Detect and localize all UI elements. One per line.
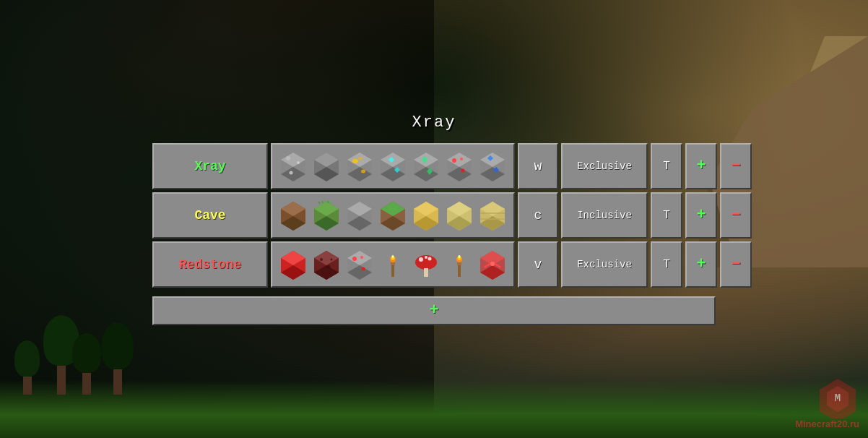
svg-point-7 <box>297 161 300 164</box>
svg-line-48 <box>328 201 329 203</box>
block-diamond-ore <box>378 151 408 181</box>
block-redstone-ore-2 <box>344 249 375 280</box>
block-grass-block <box>378 200 408 231</box>
cave-mode-button[interactable]: Inclusive <box>561 192 648 239</box>
main-panel: Xray <box>152 143 716 325</box>
svg-point-88 <box>419 257 423 262</box>
svg-point-74 <box>327 265 331 268</box>
redstone-plus-button[interactable]: + <box>685 241 717 288</box>
svg-point-33 <box>460 158 463 160</box>
watermark: M Minecraft20.ru <box>795 375 859 429</box>
svg-point-80 <box>362 267 365 270</box>
block-torch-2 <box>444 249 474 280</box>
cave-blocks[interactable] <box>271 192 515 239</box>
block-lapis-ore <box>477 151 508 181</box>
cave-row: Cave <box>152 192 716 239</box>
xray-key-button[interactable]: w <box>518 143 558 189</box>
block-red-mushroom <box>411 249 441 280</box>
block-dirt <box>278 200 308 231</box>
svg-point-6 <box>286 156 290 160</box>
redstone-key-button[interactable]: v <box>518 241 558 288</box>
svg-point-79 <box>352 257 357 261</box>
xray-t-button[interactable]: T <box>651 143 682 189</box>
watermark-text: Minecraft20.ru <box>795 418 859 429</box>
block-grass <box>311 200 342 231</box>
cave-t-button[interactable]: T <box>651 192 682 239</box>
xray-row: Xray <box>152 143 716 189</box>
block-netherrack <box>311 249 342 280</box>
svg-point-89 <box>428 257 432 260</box>
block-sand <box>411 200 441 231</box>
svg-point-90 <box>425 256 428 259</box>
block-torch-1 <box>378 249 408 280</box>
cave-key-button[interactable]: c <box>518 192 558 239</box>
svg-point-86 <box>392 255 394 258</box>
svg-point-81 <box>360 256 363 259</box>
svg-point-31 <box>452 158 456 163</box>
block-sandstone <box>477 200 508 231</box>
svg-point-16 <box>361 169 365 173</box>
block-ore-2 <box>311 151 342 181</box>
cave-minus-button[interactable]: − <box>720 192 752 239</box>
svg-rect-82 <box>391 264 394 277</box>
block-sand-2 <box>444 200 474 231</box>
svg-point-15 <box>352 159 358 163</box>
watermark-logo-icon: M <box>816 375 859 418</box>
redstone-name-button[interactable]: Redstone <box>152 241 268 288</box>
block-stone <box>344 200 375 231</box>
svg-line-47 <box>325 200 326 202</box>
redstone-minus-button[interactable]: − <box>720 241 752 288</box>
xray-plus-button[interactable]: + <box>685 143 717 189</box>
redstone-mode-button[interactable]: Exclusive <box>561 241 648 288</box>
svg-line-49 <box>331 202 331 204</box>
cave-name-button[interactable]: Cave <box>152 192 268 239</box>
xray-name-button[interactable]: Xray <box>152 143 268 189</box>
add-row-button[interactable]: + <box>152 296 716 325</box>
block-gold-ore <box>344 151 375 181</box>
svg-line-45 <box>318 202 320 204</box>
block-redstone-block <box>278 249 308 280</box>
svg-point-17 <box>359 157 363 160</box>
xray-mode-button[interactable]: Exclusive <box>561 143 648 189</box>
block-redstone-ore <box>444 151 474 181</box>
xray-blocks[interactable] <box>271 143 515 189</box>
svg-point-96 <box>459 255 461 258</box>
svg-rect-91 <box>424 268 428 277</box>
xray-minus-button[interactable]: − <box>720 143 752 189</box>
redstone-blocks[interactable] <box>271 241 515 288</box>
svg-text:M: M <box>835 392 841 404</box>
panel-title: Xray <box>412 113 456 132</box>
block-ore-1 <box>278 151 308 181</box>
redstone-t-button[interactable]: T <box>651 241 682 288</box>
block-emerald-ore <box>411 151 441 181</box>
svg-point-32 <box>461 168 465 172</box>
svg-line-46 <box>322 201 323 203</box>
svg-point-100 <box>490 262 495 266</box>
svg-point-75 <box>331 258 333 260</box>
cave-plus-button[interactable]: + <box>685 192 717 239</box>
redstone-row: Redstone <box>152 241 716 288</box>
svg-point-8 <box>290 171 293 174</box>
block-redstone-dust <box>477 249 508 280</box>
svg-rect-92 <box>458 264 461 277</box>
svg-point-73 <box>320 258 323 261</box>
